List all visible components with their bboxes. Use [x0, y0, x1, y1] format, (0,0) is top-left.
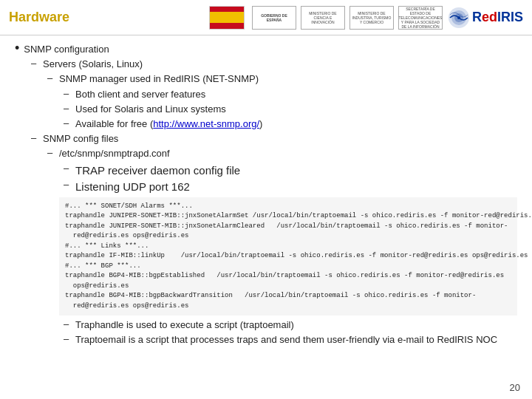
snmp-config-label: SNMP configuration — [24, 43, 109, 56]
traphandle-label: Traphandle is used to execute a script (… — [75, 318, 294, 332]
main-content: • SNMP configuration – Servers (Solaris,… — [0, 35, 532, 399]
servers-label: Servers (Solaris, Linux) — [43, 58, 143, 71]
dash-icon: – — [64, 88, 75, 99]
snmp-manager-item: – SNMP manager used in RedIRIS (NET-SNMP… — [47, 72, 517, 86]
traphandle-item: – Traphandle is used to execute a script… — [64, 318, 517, 332]
dash-icon: – — [64, 333, 75, 344]
dash-icon: – — [64, 179, 75, 190]
ministry2-logo: MINISTERIO DE INDUSTRIA, TURISMO Y COMER… — [349, 6, 394, 30]
dash-icon: – — [47, 72, 59, 83]
client-server-label: Both client and server features — [75, 88, 205, 101]
dash-icon: – — [64, 103, 75, 114]
trapd-conf-label: /etc/snmp/snmptrapd.conf — [59, 147, 170, 160]
dash-icon: – — [31, 132, 43, 143]
iris-logo: RedIRIS — [447, 6, 523, 30]
spain-gov-logo: GOBIERNO DE ESPAÑA — [252, 6, 296, 30]
snmp-config-files-item: – SNMP config files — [31, 132, 517, 146]
dash-icon: – — [64, 117, 75, 129]
dash-icon: – — [31, 58, 43, 69]
traptoemail-item: – Traptoemail is a script that processes… — [64, 333, 517, 347]
trap-daemon-label: TRAP receiver daemon config file — [75, 163, 240, 178]
iris-icon — [447, 6, 471, 30]
traptoemail-label: Traptoemail is a script that processes t… — [75, 333, 497, 347]
snmp-config-item: • SNMP configuration — [15, 43, 517, 56]
udp-port-label: Listening UDP port 162 — [75, 179, 190, 194]
solaris-linux-item: – Used for Solaris and Linux systems — [64, 103, 517, 116]
servers-item: – Servers (Solaris, Linux) — [31, 58, 517, 71]
spain-flag-icon — [209, 6, 245, 30]
dash-icon: – — [64, 318, 75, 330]
ministry3-logo: SECRETARÍA DE ESTADO DE TELECOMUNICACION… — [398, 6, 443, 30]
dash-icon: – — [64, 163, 75, 174]
snmp-manager-label: SNMP manager used in RedIRIS (NET-SNMP) — [59, 72, 259, 86]
free-link-label: Available for free (http://www.net-snmp.… — [75, 117, 262, 131]
trap-daemon-item: – TRAP receiver daemon config file — [64, 163, 517, 178]
bullet-dot: • — [15, 41, 19, 55]
page-title: Hardware — [9, 10, 69, 25]
solaris-linux-label: Used for Solaris and Linux systems — [75, 103, 226, 116]
page-number: 20 — [510, 382, 520, 393]
snmp-config-files-label: SNMP config files — [43, 132, 118, 146]
udp-port-item: – Listening UDP port 162 — [64, 179, 517, 194]
trapd-conf-item: – /etc/snmp/snmptrapd.conf — [47, 147, 517, 160]
snmp-link[interactable]: http://www.net-snmp.org/ — [153, 118, 259, 129]
logos-container: GOBIERNO DE ESPAÑA MINISTERIO DE CIENCIA… — [206, 5, 523, 30]
ministry1-logo: MINISTERIO DE CIENCIA E INNOVACIÓN — [301, 6, 345, 30]
header: Hardware GOBIERNO DE ESPAÑA MINISTERIO D… — [0, 0, 532, 35]
spain-flag-logo — [206, 5, 248, 30]
free-link-item: – Available for free (http://www.net-snm… — [64, 117, 517, 131]
dash-icon: – — [47, 147, 59, 158]
code-block: #... *** SONET/SDH Alarms ***... traphan… — [59, 197, 517, 316]
client-server-item: – Both client and server features — [64, 88, 517, 101]
